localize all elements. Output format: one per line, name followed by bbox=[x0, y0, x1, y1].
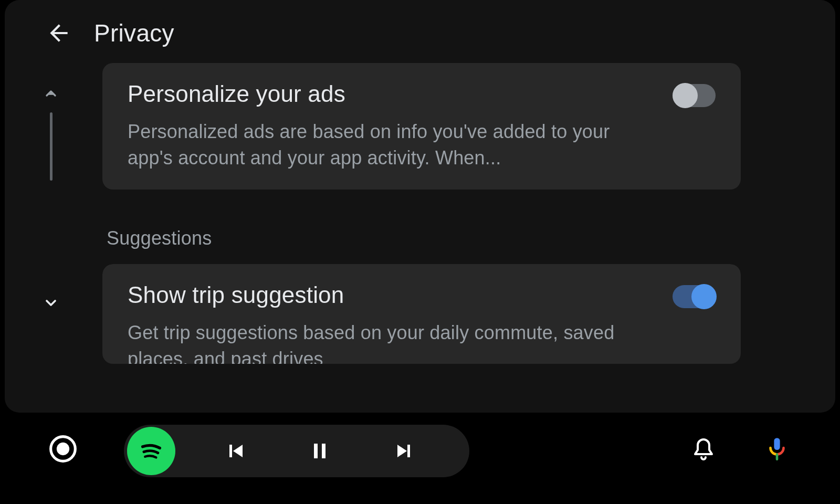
circle-home-icon bbox=[48, 434, 78, 464]
personalize-ads-row[interactable]: Personalize your ads Personalized ads ar… bbox=[102, 63, 741, 190]
pause-icon bbox=[307, 438, 332, 464]
previous-track-button[interactable] bbox=[196, 427, 275, 475]
page-title: Privacy bbox=[94, 19, 174, 47]
chevron-down-icon bbox=[43, 295, 59, 311]
trip-suggestion-desc: Get trip suggestions based on your daily… bbox=[128, 320, 657, 364]
arrow-left-icon bbox=[46, 20, 72, 46]
scroll-track[interactable] bbox=[50, 112, 52, 181]
google-mic-icon bbox=[764, 436, 790, 462]
bell-icon bbox=[691, 436, 716, 461]
media-controls bbox=[124, 425, 469, 477]
next-track-button[interactable] bbox=[364, 427, 443, 475]
pause-button[interactable] bbox=[280, 427, 359, 475]
skip-next-icon bbox=[391, 438, 416, 464]
spotify-icon bbox=[136, 436, 166, 466]
section-label-suggestions: Suggestions bbox=[102, 200, 741, 264]
back-button[interactable] bbox=[45, 19, 73, 47]
personalize-ads-title: Personalize your ads bbox=[128, 81, 657, 107]
personalize-ads-toggle[interactable] bbox=[673, 84, 716, 107]
scroll-indicator bbox=[36, 58, 66, 364]
trip-suggestion-toggle[interactable] bbox=[673, 285, 716, 308]
scroll-down-button[interactable] bbox=[41, 293, 60, 312]
skip-previous-icon bbox=[223, 438, 248, 464]
header: Privacy bbox=[5, 0, 835, 58]
settings-list: Personalize your ads Personalized ads ar… bbox=[66, 58, 835, 364]
spotify-button[interactable] bbox=[127, 427, 175, 475]
home-button[interactable] bbox=[44, 430, 82, 468]
scroll-up-button[interactable] bbox=[41, 84, 60, 103]
trip-suggestion-row[interactable]: Show trip suggestion Get trip suggestion… bbox=[102, 264, 741, 364]
assistant-mic-button[interactable] bbox=[756, 428, 798, 470]
bottom-bar bbox=[0, 413, 840, 497]
chevron-up-icon bbox=[43, 85, 59, 102]
notifications-button[interactable] bbox=[682, 428, 724, 470]
trip-suggestion-title: Show trip suggestion bbox=[128, 282, 657, 308]
personalize-ads-desc: Personalized ads are based on info you'v… bbox=[128, 119, 657, 172]
svg-rect-2 bbox=[774, 438, 780, 450]
svg-point-1 bbox=[57, 443, 69, 455]
